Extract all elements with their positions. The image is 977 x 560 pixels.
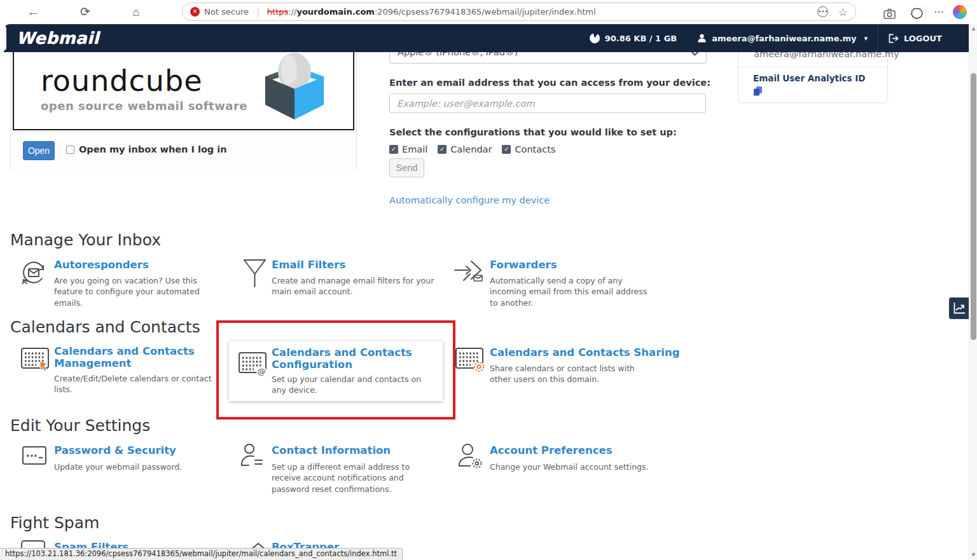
password-box-icon[interactable] xyxy=(22,446,48,469)
link-calendars-management[interactable]: Calendars and Contacts Management xyxy=(54,345,202,370)
link-calendars-configuration[interactable]: Calendars and Contacts Configuration xyxy=(272,346,419,371)
quota-label: 90.86 KB / 1 GB xyxy=(605,34,677,43)
config-checkbox-row: ✓Email ✓Calendar ✓Contacts xyxy=(389,144,555,154)
scroll-down-icon[interactable]: ▼ xyxy=(969,550,977,560)
calendar-gear-icon[interactable] xyxy=(455,347,487,376)
desc-forwarders: Automatically send a copy of any incomin… xyxy=(490,275,649,308)
url-path: :2096/cpsess7679418365/webmail/jupiter/i… xyxy=(375,7,596,17)
window-edge xyxy=(0,25,6,51)
scroll-up-icon[interactable]: ▲ xyxy=(969,24,977,34)
checkbox-contacts[interactable]: ✓Contacts xyxy=(502,144,555,154)
quota-pie-icon xyxy=(588,32,601,44)
config-select-label: Select the configurations that you would… xyxy=(389,127,677,137)
chart-icon xyxy=(953,302,966,315)
section-heading-settings: Edit Your Settings xyxy=(10,416,150,435)
person-gear-icon[interactable] xyxy=(457,443,485,472)
url-separator: :// xyxy=(288,7,296,17)
open-button[interactable]: Open xyxy=(23,141,55,160)
browser-toolbar: ← ⟳ ⌂ ✕ Not secure | https://yourdomain.… xyxy=(0,0,977,24)
user-menu[interactable]: ameera@farhaniwear.name.my ▾ xyxy=(687,24,878,52)
caret-down-icon: ▾ xyxy=(864,34,868,43)
link-contact-information[interactable]: Contact Information xyxy=(272,444,391,456)
user-email-label: ameera@farhaniwear.name.my xyxy=(712,34,856,43)
device-email-label: Enter an email address that you can acce… xyxy=(389,78,710,88)
section-heading-spam: Fight Spam xyxy=(10,514,99,532)
webmail-header: Webmail 90.86 KB / 1 GB ameera@farhaniwe… xyxy=(4,24,969,52)
desc-calendars-management: Create/Edit/Delete calendars or contact … xyxy=(54,373,232,395)
analytics-fab[interactable] xyxy=(949,297,969,319)
roundcube-subtitle: open source webmail software xyxy=(41,99,247,113)
checkbox-calendar[interactable]: ✓Calendar xyxy=(438,144,492,154)
checkbox-contacts-label: Contacts xyxy=(515,144,555,154)
funnel-icon[interactable] xyxy=(242,257,267,292)
open-inbox-row: Open Open my inbox when I log in xyxy=(11,132,356,170)
link-forwarders[interactable]: Forwarders xyxy=(490,259,557,271)
link-autoresponders[interactable]: Autoresponders xyxy=(54,259,149,271)
logout-button[interactable]: LOGOUT xyxy=(878,24,952,52)
not-secure-label[interactable]: Not secure xyxy=(204,7,249,17)
person-list-icon[interactable] xyxy=(240,443,267,472)
calendar-at-icon[interactable]: @ xyxy=(239,352,269,379)
user-icon xyxy=(697,33,707,43)
link-password-security[interactable]: Password & Security xyxy=(54,444,176,456)
device-email-input[interactable] xyxy=(389,93,706,113)
section-heading-calendars: Calendars and Contacts xyxy=(10,318,200,336)
desc-email-filters: Create and manage email filters for your… xyxy=(272,275,441,297)
desc-password-security: Update your webmail password. xyxy=(54,461,226,472)
refresh-icon[interactable]: ⟳ xyxy=(76,3,94,21)
svg-text:@: @ xyxy=(258,367,266,376)
logout-label: LOGOUT xyxy=(904,34,942,43)
checkbox-calendar-label: Calendar xyxy=(450,144,492,154)
link-calendars-sharing[interactable]: Calendars and Contacts Sharing xyxy=(490,346,679,359)
analytics-title: Email User Analytics ID xyxy=(753,73,866,83)
auto-configure-link[interactable]: Automatically configure my device xyxy=(389,195,550,205)
checkbox-checked-icon: ✓ xyxy=(389,145,398,154)
desc-contact-information: Set up a different email address to rece… xyxy=(272,461,432,495)
link-email-filters[interactable]: Email Filters xyxy=(272,259,345,271)
checkbox-checked-icon: ✓ xyxy=(502,145,511,154)
desc-calendars-configuration: Set up your calendar and contacts on any… xyxy=(272,374,424,396)
divider: | xyxy=(256,7,260,17)
back-icon[interactable]: ← xyxy=(24,3,42,21)
forward-envelope-icon[interactable] xyxy=(454,259,486,289)
extensions-icon[interactable] xyxy=(908,6,925,24)
address-bar[interactable]: ✕ Not secure | https://yourdomain.com:20… xyxy=(182,3,856,21)
checkbox-email-label: Email xyxy=(402,144,427,154)
copy-icon[interactable] xyxy=(753,86,763,96)
bookmark-star-icon[interactable]: ☆ xyxy=(838,6,848,18)
status-bar-url: https://103.21.181.36:2096/cpsess7679418… xyxy=(0,548,403,560)
screenshot-camera-icon[interactable] xyxy=(880,6,898,24)
url-text[interactable]: https://yourdomain.com:2096/cpsess767941… xyxy=(267,7,596,17)
desc-autoresponders: Are you going on vacation? Use this feat… xyxy=(54,275,225,308)
home-icon[interactable]: ⌂ xyxy=(127,3,145,21)
browser-menu-icon[interactable]: ⋯ xyxy=(930,3,948,21)
copilot-icon[interactable] xyxy=(953,5,967,19)
divider xyxy=(925,6,926,18)
send-button[interactable]: Send xyxy=(389,158,424,177)
checkbox-email[interactable]: ✓Email xyxy=(389,144,427,154)
divider xyxy=(738,67,887,67)
link-account-preferences[interactable]: Account Preferences xyxy=(490,444,612,456)
calendar-cursor-icon[interactable] xyxy=(21,347,52,375)
not-secure-icon: ✕ xyxy=(190,7,200,17)
roundcube-card: roundcube open source webmail software O… xyxy=(10,34,357,170)
autoresponder-icon[interactable] xyxy=(19,257,48,292)
scrollbar-thumb[interactable] xyxy=(971,73,976,340)
quota-indicator[interactable]: 90.86 KB / 1 GB xyxy=(579,24,688,52)
open-inbox-checkbox[interactable] xyxy=(66,146,74,154)
desc-account-preferences: Change your Webmail account settings. xyxy=(490,461,662,472)
roundcube-title: roundcube xyxy=(41,64,247,98)
url-domain: yourdomain.com xyxy=(296,7,374,17)
logout-icon xyxy=(889,34,899,43)
section-heading-manage-inbox: Manage Your Inbox xyxy=(10,231,161,249)
open-inbox-checkbox-label[interactable]: Open my inbox when I log in xyxy=(79,144,227,154)
webmail-logo[interactable]: Webmail xyxy=(17,29,99,48)
page-scrollbar[interactable]: ▲ ▼ xyxy=(969,24,977,560)
desc-calendars-sharing: Share calendars or contact lists with ot… xyxy=(490,363,651,385)
checkbox-checked-icon: ✓ xyxy=(438,145,447,154)
page-actions-icon[interactable]: ••• xyxy=(817,6,828,17)
roundcube-cube-icon xyxy=(263,48,326,123)
url-protocol: https xyxy=(267,7,288,17)
page: ← ⟳ ⌂ ✕ Not secure | https://yourdomain.… xyxy=(0,0,977,560)
